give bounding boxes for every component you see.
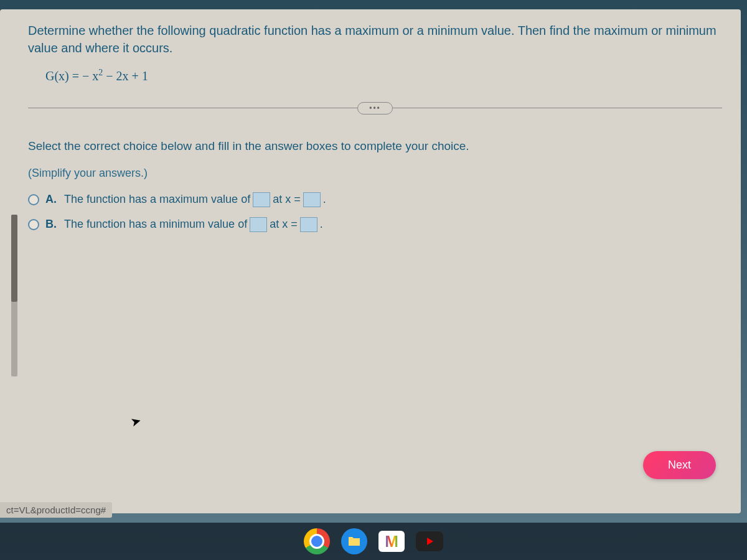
choice-a-text-mid: at x = [273, 193, 301, 206]
taskbar: M [0, 523, 747, 560]
instruction-text: Select the correct choice below and fill… [28, 139, 722, 153]
choice-a-text-before: The function has a maximum value of [64, 193, 250, 206]
choice-b-text-before: The function has a minimum value of [64, 218, 247, 231]
choice-b-text-mid: at x = [270, 218, 298, 231]
equation-suffix: − 2x + 1 [103, 69, 148, 83]
question-panel: Determine whether the following quadrati… [0, 9, 741, 513]
choice-a-value-input[interactable] [253, 192, 270, 207]
scrollbar[interactable] [11, 215, 17, 376]
expand-button[interactable]: ••• [357, 102, 393, 114]
choice-a-x-input[interactable] [303, 192, 321, 207]
url-fragment: ct=VL&productId=ccng# [0, 502, 112, 518]
divider-left [28, 108, 357, 108]
choice-a-letter: A. [45, 193, 58, 206]
equation-prefix: G(x) = − x [45, 69, 98, 83]
choice-b-x-input[interactable] [300, 217, 317, 232]
chrome-icon[interactable] [304, 528, 330, 554]
divider-right [393, 108, 722, 108]
choice-b-letter: B. [45, 218, 58, 231]
scroll-thumb[interactable] [11, 215, 17, 302]
choice-a-text-after: . [323, 193, 326, 206]
equation: G(x) = − x2 − 2x + 1 [45, 68, 722, 83]
divider-row: ••• [28, 102, 722, 114]
gmail-icon[interactable]: M [378, 531, 405, 552]
choice-b-value-input[interactable] [250, 217, 267, 232]
choice-a-row: A. The function has a maximum value of a… [28, 192, 722, 207]
next-button[interactable]: Next [643, 451, 716, 479]
youtube-icon[interactable] [416, 531, 443, 551]
question-prompt: Determine whether the following quadrati… [28, 22, 722, 57]
hint-text: (Simplify your answers.) [28, 167, 722, 180]
radio-a[interactable] [28, 194, 39, 205]
radio-b[interactable] [28, 219, 39, 230]
choice-b-row: B. The function has a minimum value of a… [28, 217, 722, 232]
file-explorer-icon[interactable] [341, 528, 367, 554]
choice-b-text-after: . [320, 218, 323, 231]
cursor-icon: ➤ [129, 413, 143, 430]
